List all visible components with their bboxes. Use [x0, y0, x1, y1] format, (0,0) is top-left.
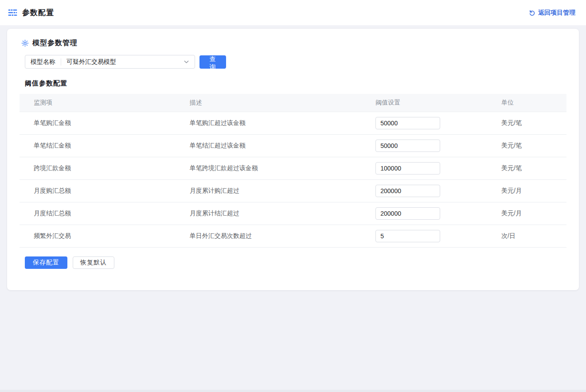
- window-bottom-edge: [0, 390, 586, 392]
- column-header-description: 描述: [176, 94, 362, 112]
- card-section-head: 模型参数管理: [21, 39, 566, 48]
- save-config-button[interactable]: 保存配置: [25, 256, 67, 269]
- threshold-input[interactable]: [375, 162, 440, 175]
- query-row: 模型名称 可疑外汇交易模型 查询: [25, 55, 566, 69]
- threshold-input[interactable]: [375, 140, 440, 152]
- model-name-select[interactable]: 模型名称 可疑外汇交易模型: [25, 55, 195, 69]
- action-buttons-row: 保存配置 恢复默认: [25, 256, 566, 269]
- table-row: 月度结汇总额 月度累计结汇超过 美元/月: [20, 202, 566, 225]
- column-header-unit: 单位: [487, 94, 566, 112]
- threshold-input[interactable]: [375, 207, 440, 220]
- chevron-down-icon: [184, 59, 189, 65]
- table-row: 单笔结汇金额 单笔结汇超过该金额 美元/笔: [20, 134, 566, 157]
- threshold-input[interactable]: [375, 117, 440, 129]
- unit-cell: 美元/笔: [487, 112, 566, 134]
- item-cell: 频繁外汇交易: [20, 225, 176, 247]
- threshold-input[interactable]: [375, 185, 440, 197]
- unit-cell: 次/日: [487, 225, 566, 247]
- item-cell: 单笔购汇金额: [20, 112, 176, 134]
- model-parameter-card: 模型参数管理 模型名称 可疑外汇交易模型 查询 阈值参数配置: [7, 29, 579, 290]
- restore-default-button[interactable]: 恢复默认: [73, 256, 114, 269]
- unit-cell: 美元/笔: [487, 134, 566, 157]
- page-title: 参数配置: [22, 8, 54, 18]
- gear-icon: [21, 39, 29, 47]
- table-row: 单笔购汇金额 单笔购汇超过该金额 美元/笔: [20, 112, 566, 134]
- item-cell: 单笔结汇金额: [20, 134, 176, 157]
- model-name-value: 可疑外汇交易模型: [66, 58, 184, 66]
- table-row: 月度购汇总额 月度累计购汇超过 美元/月: [20, 179, 566, 202]
- page-content: 模型参数管理 模型名称 可疑外汇交易模型 查询 阈值参数配置: [0, 25, 586, 294]
- description-cell: 月度累计结汇超过: [176, 202, 362, 225]
- unit-cell: 美元/笔: [487, 157, 566, 179]
- item-cell: 跨境汇款金额: [20, 157, 176, 179]
- unit-cell: 美元/月: [487, 179, 566, 202]
- table-header-row: 监测项 描述 阈值设置 单位: [20, 94, 566, 112]
- column-header-threshold: 阈值设置: [361, 94, 487, 112]
- query-button[interactable]: 查询: [199, 55, 226, 69]
- description-cell: 单日外汇交易次数超过: [176, 225, 362, 247]
- select-label-divider: [61, 58, 61, 66]
- back-to-project-link[interactable]: 返回项目管理: [529, 9, 575, 17]
- threshold-table: 监测项 描述 阈值设置 单位 单笔购汇金额 单笔购汇超过该金额 美元/笔 单笔结…: [20, 94, 566, 248]
- threshold-section-title: 阈值参数配置: [25, 79, 566, 88]
- description-cell: 单笔结汇超过该金额: [176, 134, 362, 157]
- description-cell: 单笔跨境汇款超过该金额: [176, 157, 362, 179]
- description-cell: 月度累计购汇超过: [176, 179, 362, 202]
- table-row: 跨境汇款金额 单笔跨境汇款超过该金额 美元/笔: [20, 157, 566, 179]
- description-cell: 单笔购汇超过该金额: [176, 112, 362, 134]
- section-title: 模型参数管理: [32, 39, 78, 48]
- item-cell: 月度结汇总额: [20, 202, 176, 225]
- undo-icon: [529, 9, 535, 16]
- model-name-label: 模型名称: [25, 58, 61, 66]
- column-header-item: 监测项: [20, 94, 176, 112]
- top-header-bar: 参数配置 返回项目管理: [0, 0, 586, 25]
- unit-cell: 美元/月: [487, 202, 566, 225]
- back-link-label: 返回项目管理: [538, 9, 575, 17]
- table-row: 频繁外汇交易 单日外汇交易次数超过 次/日: [20, 225, 566, 247]
- sliders-icon: [8, 8, 18, 18]
- threshold-input[interactable]: [375, 230, 440, 242]
- item-cell: 月度购汇总额: [20, 179, 176, 202]
